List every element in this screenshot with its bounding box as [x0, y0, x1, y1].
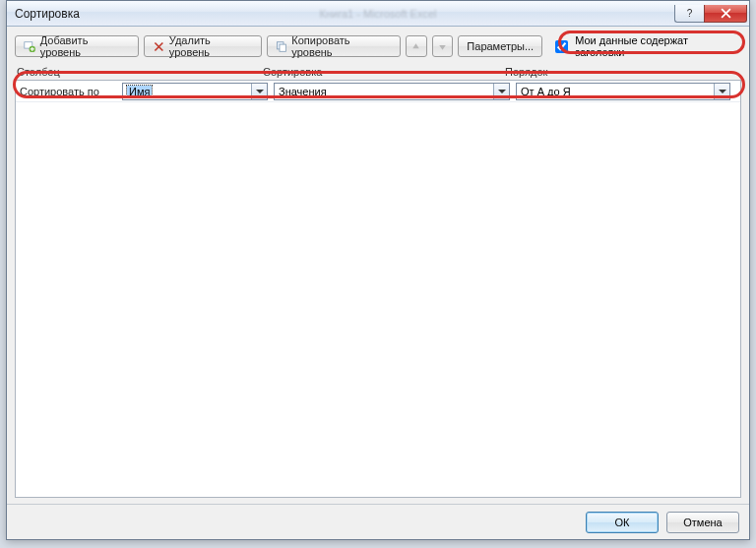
svg-rect-3 [280, 44, 285, 51]
arrow-down-icon [436, 40, 449, 53]
delete-level-label: Удалить уровень [169, 34, 253, 58]
chevron-down-icon[interactable] [493, 84, 509, 99]
grid-header: Столбец Сортировка Порядок [7, 66, 749, 78]
window-buttons: ? [674, 5, 747, 23]
headers-checkbox[interactable] [555, 40, 568, 53]
add-level-icon [24, 40, 36, 53]
ok-label: ОК [615, 517, 630, 528]
row-label: Сортировать по [18, 86, 122, 97]
copy-level-icon [276, 40, 288, 53]
options-label: Параметры... [467, 40, 534, 52]
ok-button[interactable]: ОК [586, 512, 659, 533]
close-button[interactable] [704, 5, 747, 23]
chevron-down-icon[interactable] [251, 84, 267, 99]
header-column: Столбец [17, 66, 263, 78]
move-down-button[interactable] [432, 35, 454, 57]
options-button[interactable]: Параметры... [458, 35, 542, 57]
headers-checkbox-label: Мои данные содержат заголовки [575, 34, 737, 58]
titlebar[interactable]: Сортировка Книга1 - Microsoft Excel ? [7, 1, 749, 27]
order-combo-value: От А до Я [521, 86, 571, 97]
delete-level-button[interactable]: Удалить уровень [144, 35, 262, 57]
move-up-button[interactable] [406, 35, 427, 57]
sorton-combo-value: Значения [279, 86, 327, 97]
sort-dialog: Сортировка Книга1 - Microsoft Excel ? До… [6, 0, 750, 540]
headers-checkbox-wrap[interactable]: Мои данные содержат заголовки [547, 32, 741, 60]
sorton-combo[interactable]: Значения [274, 83, 510, 100]
column-combo-value: Имя [127, 86, 152, 97]
delete-level-icon [153, 40, 165, 53]
add-level-button[interactable]: Добавить уровень [15, 35, 139, 57]
cancel-button[interactable]: Отмена [666, 512, 739, 533]
cancel-label: Отмена [683, 517, 722, 528]
chevron-down-icon[interactable] [714, 84, 729, 99]
header-order: Порядок [505, 66, 739, 78]
help-button[interactable]: ? [674, 5, 704, 23]
copy-level-button[interactable]: Копировать уровень [267, 35, 401, 57]
copy-level-label: Копировать уровень [291, 34, 392, 58]
column-combo[interactable]: Имя [122, 83, 268, 100]
window-title: Сортировка [15, 7, 80, 21]
background-app-title: Книга1 - Microsoft Excel [320, 8, 437, 20]
add-level-label: Добавить уровень [40, 34, 130, 58]
arrow-up-icon [410, 40, 422, 53]
header-sorton: Сортировка [263, 66, 505, 78]
order-combo[interactable]: От А до Я [516, 83, 730, 100]
dialog-footer: ОК Отмена [7, 504, 749, 539]
sort-levels-grid: Сортировать по Имя Значения От А до Я [15, 80, 741, 498]
sort-level-row[interactable]: Сортировать по Имя Значения От А до Я [16, 81, 740, 102]
toolbar: Добавить уровень Удалить уровень Копиров… [7, 27, 749, 64]
